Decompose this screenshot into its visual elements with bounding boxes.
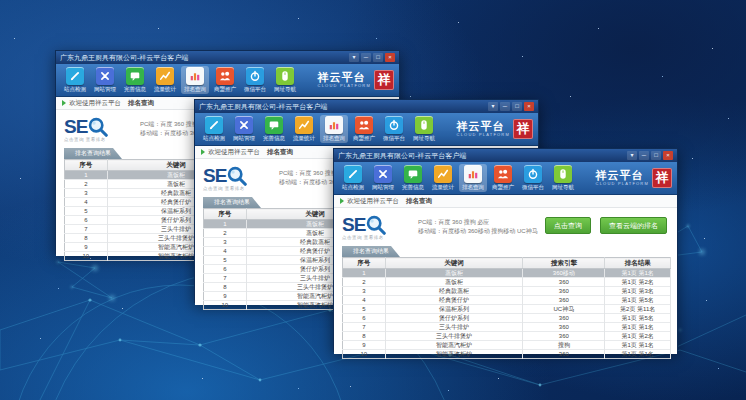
seo-letters: SE bbox=[64, 117, 87, 137]
breadcrumb-page: 排名查询 bbox=[406, 197, 432, 206]
table-cell: 1 bbox=[65, 171, 108, 180]
toolbar-item-wechat[interactable]: 微信平台 bbox=[380, 115, 408, 143]
table-cell: 4 bbox=[65, 198, 108, 207]
brand-text: 祥云平台 CLOUD PLATFORM bbox=[596, 170, 649, 186]
table-row[interactable]: 10智能蒸汽柜炉360第1页 第1名 bbox=[343, 350, 671, 359]
brand-text: 祥云平台 CLOUD PLATFORM bbox=[457, 121, 510, 137]
tab-rank-results[interactable]: 排名查询结果 bbox=[64, 148, 122, 159]
maximize-button[interactable]: □ bbox=[373, 53, 383, 62]
table-cell: 2 bbox=[65, 180, 108, 189]
barchart-icon bbox=[186, 67, 204, 85]
skin-button[interactable]: ▾ bbox=[627, 151, 637, 160]
power-icon bbox=[246, 67, 264, 85]
toolbar-item-site-nav[interactable]: 网址导航 bbox=[549, 164, 577, 192]
desktop-stage: 广东九鼎王厨具有限公司-祥云平台客户端 ▾ ─ □ × 站点检测网站管理完善信息… bbox=[0, 0, 746, 400]
mouse-icon bbox=[415, 116, 433, 134]
toolbar-item-promotion[interactable]: 商盟推广 bbox=[350, 115, 378, 143]
toolbar-item-label: 站点检测 bbox=[342, 184, 364, 191]
toolbar-item-site-check[interactable]: 站点检测 bbox=[61, 66, 89, 94]
minimize-button[interactable]: ─ bbox=[361, 53, 371, 62]
toolbar-item-label: 站点检测 bbox=[203, 135, 225, 142]
toolbar-item-traffic[interactable]: 流量统计 bbox=[151, 66, 179, 94]
maximize-button[interactable]: □ bbox=[512, 102, 522, 111]
minimize-button[interactable]: ─ bbox=[639, 151, 649, 160]
toolbar-item-traffic[interactable]: 流量统计 bbox=[290, 115, 318, 143]
minimize-button[interactable]: ─ bbox=[500, 102, 510, 111]
table-row[interactable]: 6煲仔炉系列360第1页 第5名 bbox=[343, 314, 671, 323]
window-titlebar[interactable]: 广东九鼎王厨具有限公司-祥云平台客户端 ▾ ─ □ × bbox=[334, 149, 677, 162]
toolbar-item-site-manage[interactable]: 网站管理 bbox=[369, 164, 397, 192]
toolbar-item-info[interactable]: 完善信息 bbox=[399, 164, 427, 192]
breadcrumb: 欢迎使用祥云平台 排名查询 bbox=[334, 195, 677, 208]
table-row[interactable]: 5保温柜系列UC神马第2页 第11名 bbox=[343, 305, 671, 314]
table-row[interactable]: 7三头牛排炉360第1页 第1名 bbox=[343, 323, 671, 332]
table-cell: 第1页 第1名 bbox=[605, 350, 671, 359]
toolbar-item-site-nav[interactable]: 网址导航 bbox=[410, 115, 438, 143]
toolbar-item-info[interactable]: 完善信息 bbox=[121, 66, 149, 94]
table-row[interactable]: 3经典款蒸柜360第1页 第3名 bbox=[343, 287, 671, 296]
table-cell: 6 bbox=[343, 314, 386, 323]
toolbar-item-rank-query[interactable]: 排名查询 bbox=[459, 164, 487, 192]
toolbar-item-label: 流量统计 bbox=[154, 86, 176, 93]
seo-tagline: 点击查询 查看排名 bbox=[64, 137, 140, 142]
toolbar-item-label: 网址导航 bbox=[413, 135, 435, 142]
toolbar-item-promotion[interactable]: 商盟推广 bbox=[211, 66, 239, 94]
table-row[interactable]: 9智能蒸汽柜炉搜狗第1页 第1名 bbox=[343, 341, 671, 350]
table-row[interactable]: 8三头牛排煲炉360第1页 第2名 bbox=[343, 332, 671, 341]
table-cell: 智能蒸汽柜炉 bbox=[385, 341, 523, 350]
toolbar-item-site-manage[interactable]: 网站管理 bbox=[230, 115, 258, 143]
toolbar-item-label: 商盟推广 bbox=[214, 86, 236, 93]
window-titlebar[interactable]: 广东九鼎王厨具有限公司-祥云平台客户端 ▾ ─ □ × bbox=[56, 51, 399, 64]
table-cell: 9 bbox=[343, 341, 386, 350]
close-button[interactable]: × bbox=[663, 151, 673, 160]
query-button[interactable]: 点击查询 bbox=[545, 217, 591, 234]
tab-rank-results[interactable]: 排名查询结果 bbox=[203, 197, 261, 208]
toolbar-item-promotion[interactable]: 商盟推广 bbox=[489, 164, 517, 192]
table-cell: 3 bbox=[343, 287, 386, 296]
table-row[interactable]: 1蒸饭柜360移动第1页 第1名 bbox=[343, 269, 671, 278]
toolbar-item-rank-query[interactable]: 排名查询 bbox=[320, 115, 348, 143]
toolbar-item-site-nav[interactable]: 网址导航 bbox=[271, 66, 299, 94]
magnifier-icon bbox=[365, 214, 386, 235]
toolbar-item-site-manage[interactable]: 网站管理 bbox=[91, 66, 119, 94]
toolbar-item-info[interactable]: 完善信息 bbox=[260, 115, 288, 143]
table-row[interactable]: 2蒸饭柜360第1页 第2名 bbox=[343, 278, 671, 287]
toolbar-item-site-check[interactable]: 站点检测 bbox=[339, 164, 367, 192]
seo-letters: SE bbox=[203, 166, 226, 186]
toolbar-item-label: 网址导航 bbox=[274, 86, 296, 93]
skin-button[interactable]: ▾ bbox=[349, 53, 359, 62]
close-button[interactable]: × bbox=[385, 53, 395, 62]
toolbar-item-wechat[interactable]: 微信平台 bbox=[241, 66, 269, 94]
toolbar-item-rank-query[interactable]: 排名查询 bbox=[181, 66, 209, 94]
table-cell: 经典煲仔炉 bbox=[385, 296, 523, 305]
power-icon bbox=[524, 165, 542, 183]
toolbar-item-label: 微信平台 bbox=[244, 86, 266, 93]
toolbar-item-label: 商盟推广 bbox=[492, 184, 514, 191]
toolbar-item-wechat[interactable]: 微信平台 bbox=[519, 164, 547, 192]
table-cell: 4 bbox=[204, 247, 247, 256]
table-cell: 3 bbox=[204, 238, 247, 247]
close-button[interactable]: × bbox=[524, 102, 534, 111]
maximize-button[interactable]: □ bbox=[651, 151, 661, 160]
toolbar-item-site-check[interactable]: 站点检测 bbox=[200, 115, 228, 143]
breadcrumb-welcome: 欢迎使用祥云平台 bbox=[69, 99, 121, 108]
window-titlebar[interactable]: 广东九鼎王厨具有限公司-祥云平台客户端 ▾ ─ □ × bbox=[195, 100, 538, 113]
people-icon bbox=[216, 67, 234, 85]
view-cloud-rank-button[interactable]: 查看云端的排名 bbox=[600, 217, 667, 234]
skin-button[interactable]: ▾ bbox=[488, 102, 498, 111]
pencil-icon bbox=[344, 165, 362, 183]
window-controls: ▾ ─ □ × bbox=[627, 151, 673, 160]
column-header: 序号 bbox=[343, 258, 386, 269]
tab-rank-results[interactable]: 排名查询结果 bbox=[342, 246, 400, 257]
table-cell: 360移动 bbox=[523, 269, 605, 278]
toolbar-item-traffic[interactable]: 流量统计 bbox=[429, 164, 457, 192]
table-cell: 6 bbox=[204, 265, 247, 274]
chat-icon bbox=[404, 165, 422, 183]
action-buttons: 点击查询 查看云端的排名 bbox=[545, 217, 667, 234]
table-cell: 360 bbox=[523, 296, 605, 305]
tools-icon bbox=[96, 67, 114, 85]
table-cell: 7 bbox=[65, 225, 108, 234]
table-cell: 1 bbox=[343, 269, 386, 278]
table-row[interactable]: 4经典煲仔炉360第1页 第5名 bbox=[343, 296, 671, 305]
column-header: 序号 bbox=[204, 209, 247, 220]
